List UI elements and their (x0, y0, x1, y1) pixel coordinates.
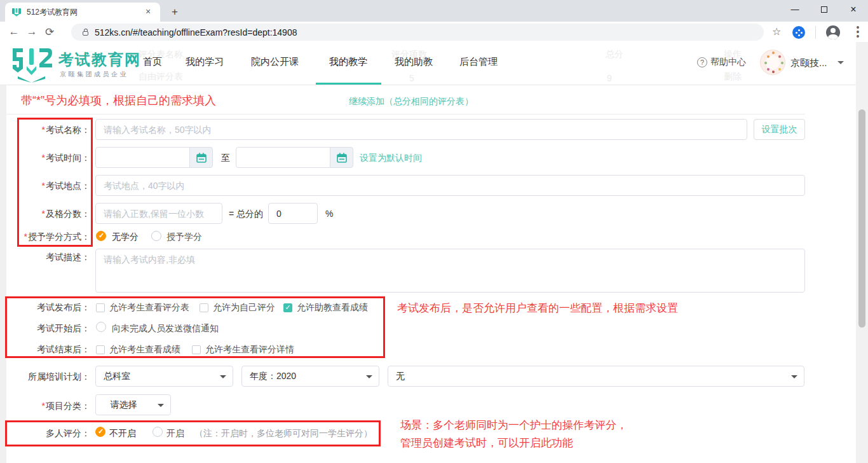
allow-view-rubric-label[interactable]: 允许考生查看评分表 (109, 302, 189, 314)
chevron-down-icon[interactable] (837, 61, 844, 67)
toolbar-divider (815, 26, 816, 39)
chevron-down-icon (220, 375, 226, 382)
multi-off-label[interactable]: 不开启 (109, 428, 136, 439)
divider (6, 114, 805, 114)
chevron-down-icon (366, 375, 372, 382)
site-header: 评分表名称 自由评分表 评分项数 5 总分 9 操作 删除 考试教育网 京颐集团… (0, 42, 868, 85)
back-icon[interactable]: ← (5, 25, 23, 38)
question-circle-icon: ? (697, 57, 707, 67)
ghost-text: 9 (607, 73, 612, 83)
reload-icon[interactable]: ⟳ (41, 25, 58, 39)
exam-desc-textarea[interactable] (95, 249, 805, 293)
exam-name-label: *考试名称： (0, 125, 90, 136)
grant-credit-radio[interactable] (151, 231, 161, 241)
category-select[interactable]: 请选择 (95, 394, 171, 415)
tab-close-icon[interactable]: × (142, 6, 154, 18)
forward-icon[interactable]: → (23, 25, 41, 38)
restore-icon (821, 6, 827, 13)
window-minimize-button[interactable]: — (780, 0, 810, 19)
allow-self-score-label[interactable]: 允许为自己评分 (213, 302, 275, 314)
no-credit-radio[interactable] (96, 231, 106, 241)
exam-place-input[interactable] (95, 175, 805, 196)
allow-view-score-label[interactable]: 允许考生查看成绩 (109, 344, 180, 356)
continue-add-link[interactable]: 继续添加（总分相同的评分表） (349, 96, 473, 107)
percent-input[interactable] (268, 203, 318, 224)
favicon-512-icon (11, 7, 22, 17)
set-default-time-link[interactable]: 设置为默认时间 (360, 153, 422, 164)
nav-my-learning[interactable]: 我的学习 (186, 56, 224, 68)
scrollbar-track[interactable] (856, 42, 868, 463)
annotation-publish-note: 考试发布后，是否允许用户查看的一些配置，根据需求设置 (397, 301, 678, 315)
wechat-notify-label[interactable]: 向未完成人员发送微信通知 (112, 323, 219, 335)
browser-tab[interactable]: 512考试教育网 × (5, 3, 160, 22)
annotation-required-note: 带“*”号为必填项，根据自己的需求填入 (21, 93, 216, 108)
set-batch-button[interactable]: 设置批次 (754, 119, 805, 140)
nav-admin[interactable]: 后台管理 (459, 56, 498, 68)
username-label[interactable]: 京颐技... (790, 57, 827, 69)
allow-self-score-checkbox[interactable] (200, 303, 208, 312)
end-time-input[interactable] (236, 147, 330, 168)
allow-view-score-checkbox[interactable] (96, 345, 105, 354)
pass-score-label: *及格分数： (0, 209, 90, 220)
help-center-link[interactable]: ? 帮助中心 (697, 57, 746, 68)
nav-open-courses[interactable]: 院内公开课 (251, 56, 299, 68)
exam-name-input[interactable] (95, 119, 747, 140)
url-text: 512ks.cn/#/teaching/offlineExam?resId=de… (95, 27, 297, 38)
time-separator: 至 (221, 153, 230, 164)
pass-score-input[interactable] (95, 203, 222, 224)
start-time-calendar-button[interactable] (189, 147, 213, 168)
training-plan-label: 所属培训计划： (0, 371, 90, 383)
help-center-label: 帮助中心 (710, 57, 746, 68)
exam-desc-label: 考试描述： (0, 252, 90, 263)
after-publish-label: 考试发布后： (0, 302, 90, 314)
new-tab-button[interactable]: + (166, 4, 183, 20)
multi-score-label: 多人评分： (0, 428, 90, 439)
nav-my-teaching-active[interactable]: 我的教学 (329, 56, 367, 68)
department-select[interactable]: 总科室 (95, 366, 233, 387)
active-tab-underline (316, 83, 381, 85)
nav-home[interactable]: 首页 (143, 56, 162, 68)
annotation-multi-line2: 管理员创建考试时，可以开启此功能 (400, 436, 573, 450)
exam-place-label: *考试地点： (0, 181, 90, 192)
logo-subtitle: 京颐集团成员企业 (60, 70, 128, 79)
equals-total-label: = 总分的 (229, 209, 263, 220)
window-close-button[interactable]: × (839, 0, 868, 19)
multi-on-label[interactable]: 开启 (166, 428, 184, 439)
allow-view-score-detail-checkbox[interactable] (192, 345, 201, 354)
ghost-text: 自由评分表 (139, 71, 183, 83)
browser-profile-icon[interactable] (826, 25, 840, 39)
browser-menu-icon[interactable]: ••• (853, 25, 862, 39)
end-time-calendar-button[interactable] (330, 147, 353, 168)
extension-icon[interactable] (792, 26, 805, 39)
allow-view-rubric-checkbox[interactable] (96, 303, 105, 312)
year-select[interactable]: 年度：2020 (241, 366, 379, 387)
allow-ta-view-score-label[interactable]: 允许助教查看成绩 (297, 302, 368, 314)
nav-my-ta[interactable]: 我的助教 (395, 56, 433, 68)
multi-on-radio[interactable] (153, 427, 163, 437)
scrollbar-thumb[interactable] (858, 109, 865, 328)
ghost-text: 5 (409, 73, 414, 83)
after-end-label: 考试结束后： (0, 344, 90, 356)
chevron-down-icon (791, 375, 797, 382)
multi-off-radio[interactable] (95, 427, 105, 437)
allow-ta-view-score-checkbox[interactable] (283, 303, 292, 312)
grant-credit-label[interactable]: 授予学分 (166, 232, 202, 243)
user-avatar[interactable] (760, 50, 785, 75)
address-bar[interactable]: 512ks.cn/#/teaching/offlineExam?resId=de… (71, 24, 764, 41)
lock-icon (83, 31, 88, 36)
credit-method-label: *授予学分方式： (0, 232, 90, 243)
ghost-text: 删除 (724, 71, 742, 83)
no-credit-label[interactable]: 无学分 (112, 232, 139, 243)
start-time-input[interactable] (95, 147, 190, 168)
multi-score-note: （注：开启时，多位老师可对同一学生评分） (194, 428, 372, 439)
allow-view-score-detail-label[interactable]: 允许考生查看评分详情 (205, 344, 294, 356)
plan-select[interactable]: 无 (388, 366, 804, 387)
logo-title[interactable]: 考试教育网 (58, 50, 141, 70)
calendar-icon (196, 153, 207, 163)
chevron-down-icon (158, 404, 164, 410)
window-restore-button[interactable] (810, 0, 839, 19)
bookmark-star-icon[interactable]: ☆ (772, 25, 781, 38)
tab-title: 512考试教育网 (27, 7, 142, 18)
browser-tab-bar: 512考试教育网 × + — × (0, 0, 868, 22)
wechat-notify-radio[interactable] (96, 322, 106, 332)
